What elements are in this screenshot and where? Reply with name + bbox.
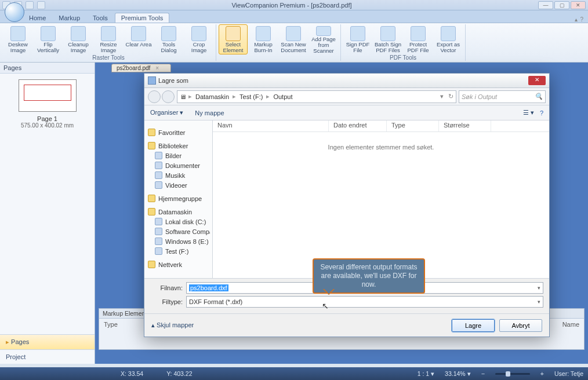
- cancel-button[interactable]: Avbryt: [499, 319, 542, 332]
- tree-favorites[interactable]: Favoritter: [147, 127, 210, 137]
- cleanup-image-button[interactable]: Cleanup Image: [64, 24, 93, 54]
- breadcrumb-item[interactable]: Datamaskin: [194, 93, 230, 100]
- search-input[interactable]: Søk i Output 🔍: [459, 90, 546, 103]
- computer-icon: 🖥: [180, 93, 186, 100]
- tree-network[interactable]: Nettverk: [147, 260, 210, 269]
- dropdown-icon[interactable]: ▾: [538, 299, 540, 305]
- minimize-button[interactable]: —: [538, 1, 553, 9]
- breadcrumb-item[interactable]: Output: [272, 93, 293, 100]
- tab-home[interactable]: Home: [23, 13, 52, 23]
- crop-icon: [191, 26, 206, 41]
- tree-drive-f[interactable]: Test (F:): [147, 246, 210, 256]
- maximize-button[interactable]: ▢: [554, 1, 569, 9]
- close-tab-icon[interactable]: ×: [155, 65, 159, 71]
- refresh-icon[interactable]: ↻: [448, 93, 453, 100]
- help-icon[interactable]: ?: [540, 109, 543, 116]
- scan-new-document-button[interactable]: Scan New Document: [279, 24, 308, 54]
- tools-dialog-button[interactable]: Tools Dialog: [154, 24, 183, 54]
- column-type[interactable]: Type: [387, 120, 439, 131]
- hide-folders-toggle[interactable]: ▴ Skjul mapper: [151, 321, 194, 329]
- column-name[interactable]: Navn: [213, 120, 329, 131]
- markup-column-name: Name: [562, 321, 579, 328]
- flip-vertically-button[interactable]: Flip Vertically: [34, 24, 63, 54]
- tree-homegroup[interactable]: Hjemmegruppe: [147, 193, 210, 203]
- column-size[interactable]: Størrelse: [439, 120, 491, 131]
- add-page-from-scanner-button[interactable]: Add Page from Scanner: [309, 24, 338, 54]
- folder-icon: [155, 171, 162, 179]
- computer-icon: [148, 208, 155, 215]
- ribbon-minimize-icon[interactable]: ▴: [575, 16, 578, 23]
- title-bar: ViewCompanion Premium - [ps2board.pdf] —…: [0, 0, 588, 10]
- status-scale[interactable]: 1 : 1 ▾: [418, 370, 434, 377]
- tooltip-callout: Several different output formats are ava…: [313, 258, 425, 294]
- protect-pdf-button[interactable]: Protect PDF File: [404, 24, 433, 54]
- new-folder-button[interactable]: Ny mappe: [195, 109, 224, 116]
- drive-icon: [155, 228, 162, 235]
- folder-icon: [155, 152, 162, 159]
- app-menu-orb[interactable]: [5, 2, 24, 22]
- resize-icon: [101, 26, 116, 41]
- close-button[interactable]: ✕: [571, 1, 586, 9]
- tree-drive-software[interactable]: Software Compa: [147, 226, 210, 236]
- sign-icon: [350, 26, 365, 41]
- side-tab-pages[interactable]: Pages: [0, 334, 95, 349]
- side-tab-project[interactable]: Project: [0, 349, 95, 364]
- resize-image-button[interactable]: Resize Image: [94, 24, 123, 54]
- drive-icon: [155, 237, 162, 245]
- export-vector-button[interactable]: Export as Vector: [434, 24, 463, 54]
- homegroup-icon: [148, 195, 155, 202]
- sign-pdf-button[interactable]: Sign PDF File: [343, 24, 372, 54]
- tree-libraries[interactable]: Biblioteker: [147, 141, 210, 151]
- dialog-title: Lagre som: [158, 77, 188, 84]
- document-tab[interactable]: ps2board.pdf ×: [111, 64, 171, 72]
- tree-images[interactable]: Bilder: [147, 151, 210, 160]
- tree-computer[interactable]: Datamaskin: [147, 207, 210, 217]
- zoom-slider[interactable]: [495, 373, 530, 375]
- qat-button[interactable]: [37, 1, 45, 9]
- qat-button[interactable]: [26, 1, 34, 9]
- drive-icon: [155, 247, 162, 255]
- folder-tree: Favoritter Biblioteker Bilder Dokumenter…: [144, 120, 213, 278]
- deskew-image-button[interactable]: Deskew Image: [3, 24, 32, 54]
- crop-image-button[interactable]: Crop Image: [184, 24, 213, 54]
- batch-sign-icon: [380, 26, 395, 41]
- pages-panel: Pages Page 1 575.00 x 400.02 mm Pages Pr…: [0, 63, 95, 364]
- flip-icon: [41, 26, 56, 41]
- dialog-close-button[interactable]: ✕: [528, 76, 546, 85]
- tree-documents[interactable]: Dokumenter: [147, 160, 210, 170]
- organiser-menu[interactable]: Organiser ▾: [150, 109, 183, 116]
- tree-videos[interactable]: Videoer: [147, 180, 210, 190]
- ribbon-tabstrip: Home Markup Tools Premium Tools ▴ ?: [0, 10, 588, 23]
- protect-icon: [411, 26, 426, 41]
- group-label: Raster Tools: [3, 54, 213, 61]
- zoom-in-icon[interactable]: +: [540, 370, 544, 377]
- star-icon: [148, 129, 155, 136]
- clear-area-button[interactable]: Clear Area: [124, 24, 153, 54]
- breadcrumb-dropdown-icon[interactable]: ▾: [440, 93, 444, 100]
- page-thumbnail[interactable]: Page 1 575.00 x 400.02 mm: [13, 79, 82, 129]
- breadcrumb-item[interactable]: Test (F:): [238, 93, 264, 100]
- dropdown-icon[interactable]: ▾: [538, 285, 540, 291]
- tree-drive-e[interactable]: Windows 8 (E:): [147, 236, 210, 246]
- filetype-select[interactable]: DXF Format (*.dxf) ▾: [186, 296, 543, 308]
- view-options-button[interactable]: ☰ ▾: [523, 109, 534, 116]
- ribbon: Deskew Image Flip Vertically Cleanup Ima…: [0, 23, 588, 63]
- save-button[interactable]: Lagre: [452, 319, 495, 332]
- breadcrumb[interactable]: 🖥 ▸ Datamaskin ▸ Test (F:) ▸ Output ▾ ↻: [177, 90, 456, 103]
- tree-music[interactable]: Musikk: [147, 170, 210, 180]
- select-element-button[interactable]: Select Element: [219, 24, 248, 54]
- tab-markup[interactable]: Markup: [53, 13, 86, 23]
- nav-forward-button[interactable]: [162, 90, 175, 103]
- tree-drive-c[interactable]: Lokal disk (C:): [147, 217, 210, 226]
- tab-premium-tools[interactable]: Premium Tools: [115, 13, 170, 23]
- nav-back-button[interactable]: [148, 90, 161, 103]
- tab-tools[interactable]: Tools: [87, 13, 114, 23]
- column-date[interactable]: Dato endret: [329, 120, 387, 131]
- markup-burnin-button[interactable]: Markup Burn-In: [249, 24, 278, 54]
- status-zoom[interactable]: 33.14% ▾: [445, 370, 471, 377]
- drive-icon: [155, 218, 162, 225]
- help-icon[interactable]: ?: [580, 16, 583, 23]
- zoom-out-icon[interactable]: −: [481, 370, 485, 377]
- clear-icon: [131, 26, 146, 41]
- batch-sign-pdf-button[interactable]: Batch Sign PDF Files: [373, 24, 402, 54]
